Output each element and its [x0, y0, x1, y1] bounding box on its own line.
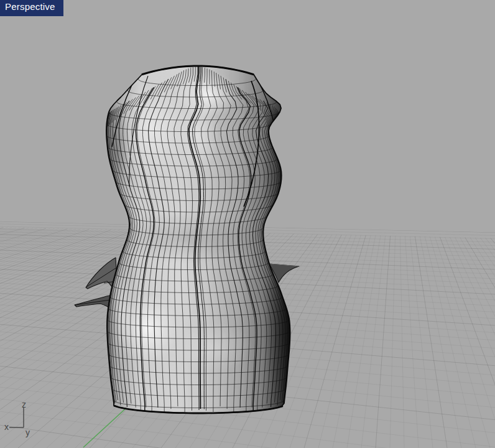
axis-label-z: z	[22, 399, 26, 409]
viewport-tab[interactable]: Perspective	[0, 0, 63, 16]
axis-label-y: y	[25, 427, 30, 437]
3d-scene-canvas[interactable]: z x y	[0, 0, 495, 448]
viewport-tab-label: Perspective	[5, 1, 55, 12]
axis-label-x: x	[4, 422, 9, 432]
viewport-perspective[interactable]: z x y Perspective	[0, 0, 495, 448]
